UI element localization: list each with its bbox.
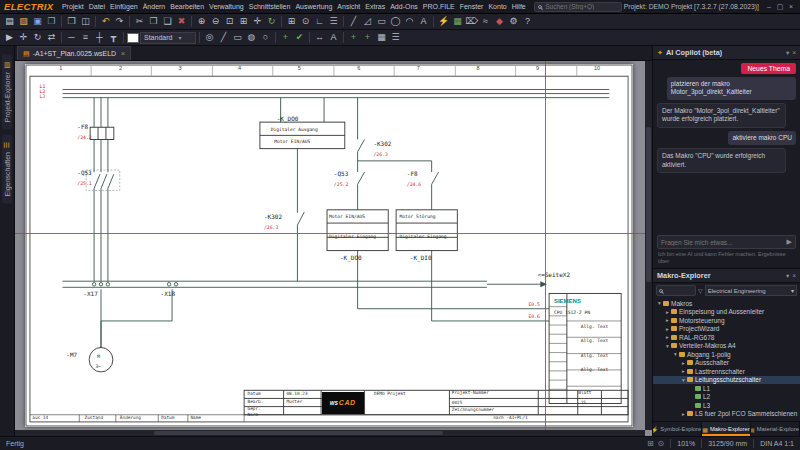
menu-extras[interactable]: Extras xyxy=(363,3,388,10)
layers-icon[interactable]: ☰ xyxy=(327,15,340,28)
measure-icon[interactable]: ↔ xyxy=(313,31,326,44)
collapse-icon[interactable]: ▾ xyxy=(786,49,789,57)
tab-makro-explorer[interactable]: ▦Makro-Explorer xyxy=(702,422,751,436)
horizontal-scrollbar[interactable] xyxy=(15,430,645,436)
line-style-dropdown[interactable]: Standard▾ xyxy=(140,32,196,44)
add-terminal-icon[interactable]: + xyxy=(361,31,374,44)
potential-icon[interactable]: ┼ xyxy=(93,31,106,44)
zoom-window-icon[interactable]: ⊡ xyxy=(223,15,236,28)
global-search[interactable] xyxy=(534,2,622,12)
save-icon[interactable]: ▣ xyxy=(31,15,44,28)
text-tool-icon[interactable]: A xyxy=(417,15,430,28)
symbol-terminal-icon[interactable]: ○ xyxy=(259,31,272,44)
expand-arrow[interactable]: ▸ xyxy=(680,411,687,417)
label-tool-icon[interactable]: A xyxy=(327,31,340,44)
expand-arrow[interactable]: ▸ xyxy=(664,326,671,332)
expand-arrow[interactable]: ▸ xyxy=(680,368,687,374)
undo-icon[interactable]: ↶ xyxy=(99,15,112,28)
expand-arrow[interactable]: ▾ xyxy=(680,377,687,383)
grid-status-icon[interactable]: ⊞ xyxy=(647,439,654,448)
select-pointer-icon[interactable]: ▶ xyxy=(3,31,16,44)
sidebar-tab-eigenschaften[interactable]: Eigenschaften☰ xyxy=(2,134,12,203)
line-tool-icon[interactable]: ╱ xyxy=(347,15,360,28)
symbol-icon[interactable]: ⚡ xyxy=(437,15,450,28)
tab-symbol-explorer[interactable]: ⚡Symbol-Explorer xyxy=(653,422,702,436)
rotate-icon[interactable]: ↻ xyxy=(31,31,44,44)
table-tool-icon[interactable]: ▦ xyxy=(375,31,388,44)
print-preview-icon[interactable]: ◫ xyxy=(79,15,92,28)
expand-arrow[interactable]: ▸ xyxy=(680,360,687,366)
close-icon[interactable]: × xyxy=(792,49,796,57)
maximize-button[interactable]: ▢ xyxy=(775,3,785,11)
tree-item-motorsteuerung[interactable]: ▸Motorsteuerung xyxy=(653,316,800,325)
tree-item-makros[interactable]: ▾Makros xyxy=(653,299,800,308)
connection-icon[interactable]: ┳ xyxy=(107,31,120,44)
symbol-motor-icon[interactable]: ◍ xyxy=(245,31,258,44)
tree-item-projectwizard[interactable]: ▸ProjectWizard xyxy=(653,325,800,334)
save-all-icon[interactable]: ❐ xyxy=(45,15,58,28)
symbol-lamp-icon[interactable]: ◎ xyxy=(203,31,216,44)
new-topic-button[interactable]: Neues Thema xyxy=(741,63,796,74)
minimize-button[interactable]: – xyxy=(764,3,774,11)
menu-projekt[interactable]: Projekt xyxy=(59,3,86,10)
document-tab[interactable]: ▤ -A1+ST_Plan.0025.wsELD × xyxy=(17,46,131,60)
expand-arrow[interactable]: ▾ xyxy=(656,300,663,306)
macro-icon[interactable]: ▦ xyxy=(451,15,464,28)
tree-item-l3[interactable]: L3 xyxy=(653,401,800,410)
send-icon[interactable]: ▶ xyxy=(787,238,792,246)
snap-icon[interactable]: ⊙ xyxy=(299,15,312,28)
menu-add-ons[interactable]: Add-Ons xyxy=(388,3,421,10)
circle-tool-icon[interactable]: ◯ xyxy=(389,15,402,28)
new-file-icon[interactable]: ▤ xyxy=(3,15,16,28)
add-potential-icon[interactable]: + xyxy=(347,31,360,44)
menu-fenster[interactable]: Fenster xyxy=(457,3,486,10)
insert-macro-icon[interactable]: + xyxy=(279,31,292,44)
copy-icon[interactable]: ❐ xyxy=(147,15,160,28)
grid-icon[interactable]: ⊞ xyxy=(285,15,298,28)
tree-item-l1[interactable]: L1 xyxy=(653,384,800,393)
zoom-fit-icon[interactable]: ⊞ xyxy=(237,15,250,28)
filter-icon[interactable]: ▽ xyxy=(698,287,703,294)
menu-ndern[interactable]: Ändern xyxy=(140,3,168,10)
horizontal-scrollbar-thumb[interactable] xyxy=(154,431,444,435)
open-folder-icon[interactable]: ▨ xyxy=(17,15,30,28)
expand-arrow[interactable]: ▾ xyxy=(672,351,679,357)
tree-item-leitungsschutzschalter[interactable]: ▾Leitungsschutzschalter xyxy=(653,376,800,385)
menu-bearbeiten[interactable]: Bearbeiten xyxy=(168,3,207,10)
zoom-out-icon[interactable]: ⊖ xyxy=(209,15,222,28)
tree-item-l2[interactable]: L2 xyxy=(653,393,800,402)
filter-dropdown[interactable]: Electrical Engineering ▾ xyxy=(705,285,797,296)
vertical-scrollbar-thumb[interactable] xyxy=(646,127,651,282)
redo-icon[interactable]: ↷ xyxy=(113,15,126,28)
wire-3phase-icon[interactable]: ≡ xyxy=(79,31,92,44)
copilot-input-box[interactable]: ▶ xyxy=(657,235,796,249)
menu-ansicht[interactable]: Ansicht xyxy=(335,3,363,10)
tree-item-lasttrennschalter[interactable]: ▸Lasttrennschalter xyxy=(653,367,800,376)
paste-icon[interactable]: ❑ xyxy=(161,15,174,28)
ortho-icon[interactable]: ∟ xyxy=(313,15,326,28)
rectangle-tool-icon[interactable]: ▭ xyxy=(375,15,388,28)
tab-material-explorer[interactable]: ▤Material-Explorer xyxy=(751,422,800,436)
tree-item-ls-fuer-2pol-fco-sammelschienen[interactable]: ▸LS fuer 2pol FCO Sammelschienen xyxy=(653,410,800,419)
print-icon[interactable]: ❒ xyxy=(65,15,78,28)
drawing-canvas[interactable]: 12345678910 L1L2L3-F8/24.2-Q53/25.1-K302… xyxy=(15,61,652,436)
zoom-in-icon[interactable]: ⊕ xyxy=(195,15,208,28)
mirror-icon[interactable]: ⇄ xyxy=(45,31,58,44)
menu-pro-file[interactable]: PRO.FILE xyxy=(420,3,457,10)
expand-arrow[interactable]: ▸ xyxy=(664,317,671,323)
tree-item-ral-rg678[interactable]: ▸RAL-RG678 xyxy=(653,333,800,342)
menu-einf-gen[interactable]: Einfügen xyxy=(108,3,141,10)
arc-tool-icon[interactable]: ◠ xyxy=(403,15,416,28)
plug-icon[interactable]: ⌦ xyxy=(465,15,478,28)
pdf-export-icon[interactable]: ◆ xyxy=(493,15,506,28)
expand-arrow[interactable]: ▸ xyxy=(664,334,671,340)
redraw-icon[interactable]: ↻ xyxy=(265,15,278,28)
tree-item-verteiler-makros-a4[interactable]: ▾Verteiler-Makros A4 xyxy=(653,342,800,351)
close-tab-icon[interactable]: × xyxy=(121,50,125,57)
tree-item-ausschalter[interactable]: ▸Ausschalter xyxy=(653,359,800,368)
close-button[interactable]: × xyxy=(786,3,796,11)
tree-item-einspeisung-und-aussenleiter[interactable]: ▸Einspeisung und Aussenleiter xyxy=(653,308,800,317)
snap-status-icon[interactable]: ⊙ xyxy=(658,439,665,448)
check-drawing-icon[interactable]: ✔ xyxy=(293,31,306,44)
color-swatch[interactable] xyxy=(127,33,139,43)
